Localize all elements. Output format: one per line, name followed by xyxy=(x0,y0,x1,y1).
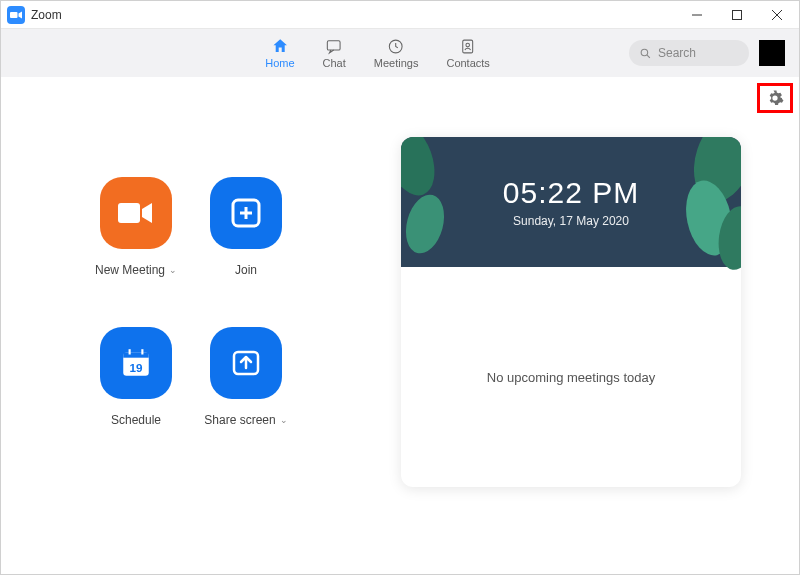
svg-rect-0 xyxy=(10,12,18,18)
svg-point-8 xyxy=(466,43,470,47)
primary-nav: Home Chat Meetings Contacts xyxy=(265,37,490,69)
svg-rect-2 xyxy=(733,10,742,19)
nav-contacts-label: Contacts xyxy=(446,57,489,69)
chat-icon xyxy=(325,37,343,55)
close-button[interactable] xyxy=(757,1,797,29)
schedule-label: Schedule xyxy=(111,413,161,427)
search-placeholder: Search xyxy=(658,46,696,60)
settings-button[interactable] xyxy=(765,88,785,108)
plant-decoration-right xyxy=(669,137,741,273)
contacts-icon xyxy=(459,37,477,55)
nav-meetings[interactable]: Meetings xyxy=(374,37,419,69)
titlebar: Zoom xyxy=(1,1,799,29)
app-icon xyxy=(7,6,25,24)
join-label: Join xyxy=(235,263,257,277)
settings-highlight-box xyxy=(757,83,793,113)
nav-home[interactable]: Home xyxy=(265,37,294,69)
new-meeting-label: New Meeting xyxy=(95,263,165,277)
plus-icon xyxy=(230,197,262,229)
nav-contacts[interactable]: Contacts xyxy=(446,37,489,69)
top-toolbar: Home Chat Meetings Contacts Search xyxy=(1,29,799,77)
profile-avatar[interactable] xyxy=(759,40,785,66)
svg-rect-16 xyxy=(123,352,149,357)
current-date: Sunday, 17 May 2020 xyxy=(513,214,629,228)
nav-meetings-label: Meetings xyxy=(374,57,419,69)
actions-pane: New Meeting ⌄ Join xyxy=(1,77,401,574)
chevron-down-icon[interactable]: ⌄ xyxy=(169,265,177,275)
share-screen-button[interactable] xyxy=(210,327,282,399)
current-time: 05:22 PM xyxy=(503,176,639,210)
plant-decoration-left xyxy=(401,137,465,269)
info-card: 05:22 PM Sunday, 17 May 2020 No upcoming… xyxy=(401,137,741,487)
nav-home-label: Home xyxy=(265,57,294,69)
window-title: Zoom xyxy=(31,8,62,22)
search-input[interactable]: Search xyxy=(629,40,749,66)
svg-rect-5 xyxy=(328,40,341,49)
info-pane: 05:22 PM Sunday, 17 May 2020 No upcoming… xyxy=(401,77,799,574)
nav-chat-label: Chat xyxy=(323,57,346,69)
nav-chat[interactable]: Chat xyxy=(323,37,346,69)
svg-line-10 xyxy=(647,55,650,58)
content-area: New Meeting ⌄ Join xyxy=(1,77,799,574)
svg-point-21 xyxy=(401,137,444,202)
new-meeting-button[interactable] xyxy=(100,177,172,249)
chevron-down-icon[interactable]: ⌄ xyxy=(280,415,288,425)
svg-rect-11 xyxy=(118,203,140,223)
svg-point-22 xyxy=(401,190,450,257)
arrow-up-box-icon xyxy=(230,347,262,379)
upcoming-meetings-panel: No upcoming meetings today xyxy=(401,267,741,487)
video-icon xyxy=(116,199,156,227)
svg-text:19: 19 xyxy=(130,361,143,374)
home-icon xyxy=(271,37,289,55)
share-screen-label: Share screen xyxy=(204,413,275,427)
join-button[interactable] xyxy=(210,177,282,249)
no-meetings-text: No upcoming meetings today xyxy=(487,370,655,385)
search-icon xyxy=(639,47,652,60)
minimize-button[interactable] xyxy=(677,1,717,29)
schedule-button[interactable]: 19 xyxy=(100,327,172,399)
gear-icon xyxy=(766,89,784,107)
svg-point-9 xyxy=(641,49,648,56)
clock-banner: 05:22 PM Sunday, 17 May 2020 xyxy=(401,137,741,267)
calendar-icon: 19 xyxy=(119,346,153,380)
maximize-button[interactable] xyxy=(717,1,757,29)
clock-icon xyxy=(387,37,405,55)
